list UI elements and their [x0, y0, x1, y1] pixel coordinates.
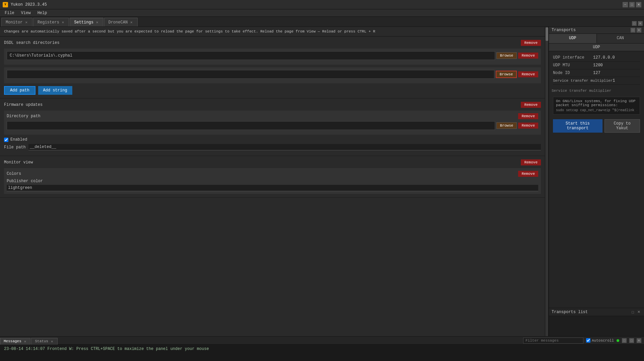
- tab-can[interactable]: CAN: [597, 34, 644, 43]
- title-bar-left: Y Yukon 2023.3.45: [3, 2, 47, 7]
- dsdl-path-input-1[interactable]: [7, 51, 495, 60]
- firmware-dir-browse[interactable]: Browse: [496, 122, 517, 129]
- monitor-title: Monitor view: [4, 160, 33, 165]
- bottom-tab-bar: Messages ✕ Status ✕ Autoscroll □ □ ✕: [0, 337, 644, 345]
- tab-monitor[interactable]: Monitor ✕: [1, 18, 32, 26]
- dsdl-entry-2: Browse Remove: [4, 67, 541, 83]
- udp-panel-title: UDP: [549, 44, 644, 51]
- tab-registers-close[interactable]: ✕: [61, 20, 65, 25]
- autoscroll-checkbox[interactable]: [586, 338, 590, 343]
- monitor-colors-header: Colors Remove: [7, 171, 538, 177]
- firmware-dir-remove[interactable]: Remove: [518, 113, 538, 119]
- tab-settings[interactable]: Settings ✕: [70, 18, 103, 26]
- tab-monitor-close[interactable]: ✕: [24, 20, 28, 25]
- transport-type-tabs: UDP CAN: [549, 34, 644, 44]
- node-id-value: 127: [593, 71, 600, 75]
- tab-bar-minimize[interactable]: □: [632, 21, 637, 26]
- transports-close[interactable]: ✕: [637, 28, 641, 32]
- autoscroll-label: Autoscroll: [586, 338, 614, 343]
- tab-status[interactable]: Status ✕: [31, 338, 57, 345]
- section-monitor-header: Monitor view Remove: [4, 159, 541, 165]
- transports-title: Transports: [552, 28, 576, 32]
- udp-interface-row: UDP interface 127.0.0.0: [553, 54, 640, 62]
- firmware-title: Firmware updates: [4, 102, 43, 107]
- tab-registers[interactable]: Registers ✕: [33, 18, 69, 26]
- scrollbar-thumb[interactable]: [546, 27, 548, 41]
- start-transport-button[interactable]: Start this transport: [553, 119, 602, 133]
- service-transfer-value: 1: [613, 78, 615, 83]
- tab-status-close[interactable]: ✕: [50, 339, 54, 344]
- firmware-remove-button[interactable]: Remove: [521, 102, 541, 108]
- node-id-label: Node ID: [553, 71, 593, 75]
- menu-file[interactable]: File: [1, 10, 18, 16]
- dsdl-remove-button[interactable]: Remove: [521, 40, 541, 46]
- firmware-dir-header: Directory path Remove: [7, 113, 538, 119]
- transports-list-close[interactable]: ✕: [636, 309, 641, 314]
- menu-view[interactable]: View: [18, 10, 34, 16]
- firmware-file-path-row: File path __deleted__: [4, 144, 541, 150]
- udp-mtu-row: UDP MTU 1200: [553, 62, 640, 69]
- transports-list-panel: Transports list □ ✕: [549, 308, 644, 336]
- bottom-tabs: Messages ✕ Status ✕: [0, 337, 58, 345]
- settings-notice: Changes are automatically saved after a …: [0, 27, 545, 37]
- transports-list-controls: □ ✕: [631, 309, 641, 314]
- bottom-minimize[interactable]: □: [622, 338, 627, 343]
- section-dsdl: DSDL search directories Remove Browse Re…: [0, 37, 545, 98]
- colors-remove-button[interactable]: Remove: [518, 171, 538, 177]
- dsdl-browse-2[interactable]: Browse: [496, 71, 517, 78]
- app-title: Yukon 2023.3.45: [11, 2, 47, 7]
- dsdl-input-row-1: Browse Remove: [7, 51, 538, 60]
- firmware-dir-input[interactable]: [7, 121, 495, 130]
- transports-window-btns: □ ✕: [631, 28, 641, 32]
- service-transfer-label: Service transfer multiplier: [553, 79, 613, 83]
- tab-udp[interactable]: UDP: [549, 34, 597, 43]
- tab-settings-close[interactable]: ✕: [95, 20, 99, 25]
- firmware-dir-browse-remove[interactable]: Remove: [518, 123, 538, 129]
- menu-help[interactable]: Help: [34, 10, 51, 16]
- maximize-button[interactable]: □: [629, 2, 635, 7]
- transports-minimize[interactable]: □: [631, 28, 635, 32]
- publisher-color-input[interactable]: [7, 185, 538, 191]
- app-icon: Y: [3, 2, 8, 7]
- transports-header: Transports □ ✕: [549, 27, 644, 34]
- bottom-close[interactable]: ✕: [637, 338, 641, 343]
- log-message: 23-08-14 14:14:07 Frontend W: Press CTRL…: [4, 347, 209, 351]
- firmware-enabled-row: Enabled: [4, 137, 541, 142]
- tab-messages-close[interactable]: ✕: [23, 339, 27, 344]
- firmware-file-path-label: File path: [4, 145, 26, 150]
- tab-bar: Monitor ✕ Registers ✕ Settings ✕ DroneCA…: [0, 17, 644, 27]
- transport-buttons: Start this transport Copy to Yakut: [549, 117, 644, 135]
- transports-panel: Transports □ ✕ UDP CAN UDP UDP interface…: [549, 27, 644, 336]
- settings-scroll[interactable]: Changes are automatically saved after a …: [0, 27, 545, 336]
- copy-yakut-button[interactable]: Copy to Yakut: [605, 119, 640, 133]
- firmware-enabled-checkbox[interactable]: [4, 138, 8, 142]
- close-button[interactable]: ✕: [636, 2, 641, 7]
- monitor-colors-section: Colors Remove Publisher color: [4, 168, 541, 194]
- firmware-file-path-value: __deleted__: [28, 144, 541, 150]
- tab-dronecan-close[interactable]: ✕: [130, 20, 133, 25]
- tab-bar-controls: □ ✕: [632, 21, 643, 26]
- settings-scrollbar[interactable]: [545, 27, 548, 336]
- service-transfer-row: Service transfer multiplier 1: [553, 77, 640, 85]
- publisher-color-row: Publisher color: [7, 179, 538, 191]
- add-string-button[interactable]: Add string: [38, 86, 72, 95]
- command-prefix: Service transfer multiplier: [552, 89, 641, 93]
- monitor-remove-button[interactable]: Remove: [521, 159, 541, 165]
- tab-messages[interactable]: Messages ✕: [0, 338, 30, 345]
- dsdl-path-input-2[interactable]: [7, 70, 494, 79]
- tab-dronecan[interactable]: DroneCAN ✕: [104, 18, 138, 26]
- dsdl-remove-1[interactable]: Remove: [518, 53, 538, 59]
- minimize-button[interactable]: −: [623, 2, 628, 7]
- transports-list-minimize[interactable]: □: [631, 310, 635, 314]
- transport-spacer: [549, 135, 644, 308]
- filter-messages-input[interactable]: [523, 338, 583, 344]
- command-text: sudo setcap cap_net_raw+eip "$(readlink …: [556, 109, 637, 112]
- dsdl-remove-2[interactable]: Remove: [518, 71, 538, 77]
- dsdl-browse-1[interactable]: Browse: [496, 52, 517, 59]
- firmware-dir-input-row: Browse Remove: [7, 121, 538, 130]
- transport-info: UDP interface 127.0.0.0 UDP MTU 1200 Nod…: [549, 51, 644, 87]
- bottom-restore[interactable]: □: [629, 338, 634, 343]
- tab-bar-close[interactable]: ✕: [638, 21, 643, 26]
- add-path-button[interactable]: Add path: [4, 86, 35, 95]
- firmware-enabled-label: Enabled: [10, 137, 27, 142]
